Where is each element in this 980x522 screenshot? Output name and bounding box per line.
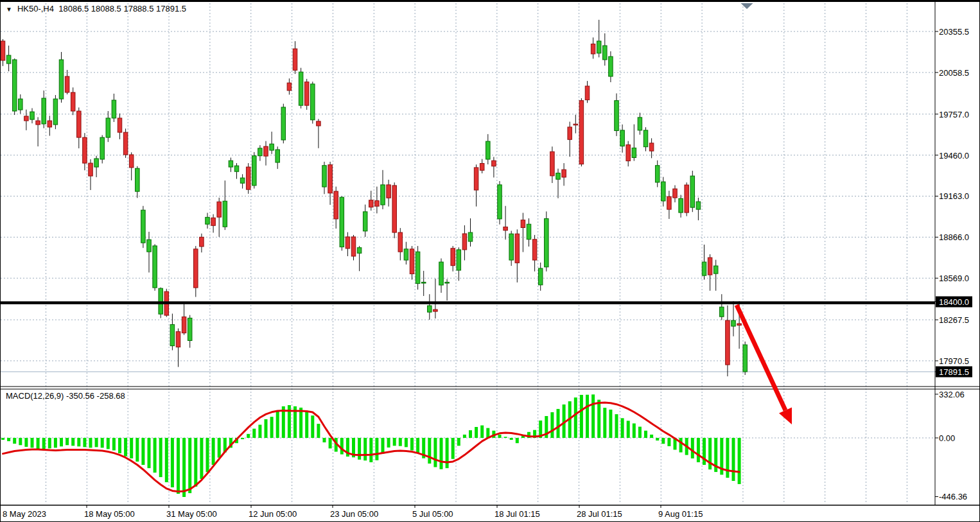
price-label: 18569.0: [939, 274, 969, 283]
top-bar-marker-icon: [741, 3, 753, 9]
quote-header: ▼HK50-,H4 18086.5 18088.5 17888.5 17891.…: [6, 4, 186, 13]
time-label: 8 May 2023: [3, 509, 46, 519]
price-label-highlighted: 17891.5: [936, 366, 972, 377]
price-label: 19163.0: [939, 191, 969, 201]
candlestick-series: [1, 20, 747, 376]
macd-indicator-label: MACD(12,26,9) -350.56 -258.68: [6, 391, 125, 401]
price-label: 20355.5: [939, 27, 969, 37]
macd-axis-label: 0.00: [939, 433, 955, 443]
time-label: 5 Jul 05:00: [412, 509, 453, 519]
axis-ticks: [87, 31, 938, 508]
price-label: 20058.5: [939, 67, 969, 77]
price-label-highlighted: 18400.0: [936, 296, 972, 307]
pane-borders: [1, 1, 980, 506]
time-label: 23 Jun 05:00: [330, 509, 378, 519]
gridlines: [1, 3, 935, 504]
price-label: 18267.5: [939, 315, 969, 325]
chart-canvas[interactable]: [1, 1, 980, 522]
price-label: 18866.0: [939, 232, 969, 242]
macd-axis-label: -446.36: [939, 492, 967, 501]
time-label: 28 Jul 01:15: [577, 509, 622, 519]
trading-chart-window: ▼HK50-,H4 18086.5 18088.5 17888.5 17891.…: [0, 0, 980, 522]
time-label: 9 Aug 01:15: [658, 509, 703, 519]
time-label: 31 May 05:00: [166, 509, 217, 519]
time-label: 18 May 05:00: [84, 509, 135, 519]
price-label: 17970.5: [939, 356, 969, 365]
macd-axis-label: 332.06: [939, 389, 965, 399]
time-label: 18 Jul 01:15: [494, 509, 540, 519]
symbol-period-label: HK50-,H4: [17, 4, 54, 13]
time-label: 12 Jun 05:00: [249, 509, 297, 519]
ohlc-values: 18086.5 18088.5 17888.5 17891.5: [58, 4, 186, 13]
down-triangle-icon[interactable]: ▼: [6, 6, 12, 13]
price-label: 19757.0: [939, 109, 969, 119]
price-label: 19460.0: [939, 150, 969, 160]
horizontal-trendline-18400[interactable]: [1, 301, 935, 304]
